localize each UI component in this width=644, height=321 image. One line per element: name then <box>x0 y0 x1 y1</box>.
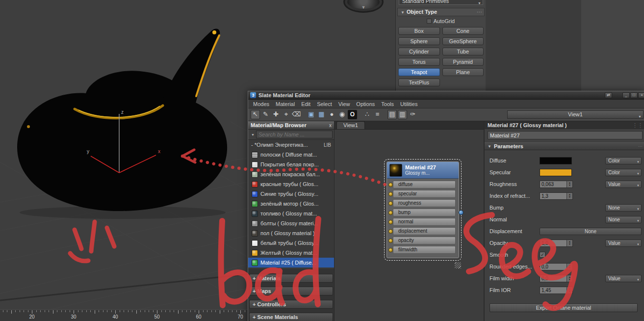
search-input[interactable] <box>256 131 333 138</box>
input-connector-icon[interactable] <box>388 239 393 243</box>
close-icon[interactable]: x <box>329 123 332 128</box>
show-background-icon[interactable]: ▦ <box>317 110 326 119</box>
browser-item-[interactable]: красные трубы ( Glos... <box>248 179 334 189</box>
menu-options[interactable]: Options <box>356 101 375 107</box>
put-to-scene-icon[interactable]: ✚ <box>271 110 281 119</box>
browser-item-[interactable]: болты ( Glossy materi... <box>248 218 334 228</box>
export-octane-material-button[interactable]: Export Octane material <box>489 303 638 312</box>
browser-item-[interactable]: пол ( Glossy material ) <box>248 228 334 238</box>
node-resize-grip[interactable] <box>455 262 461 268</box>
browser-item-[interactable]: полоски ( Diffuse mat... <box>248 150 334 160</box>
browser-item-[interactable]: зелёная покраска бал... <box>248 169 334 179</box>
color-dropdown[interactable]: Color▼ <box>605 157 642 164</box>
spinner-field[interactable]: 1,0▲▼ <box>540 240 573 247</box>
object-type-rollout[interactable]: ▼Object Type ⋯ <box>397 8 485 16</box>
dock-button[interactable]: ⇄ <box>605 92 612 98</box>
material-name-field[interactable] <box>488 131 643 139</box>
spinner-field[interactable]: 0,063▲▼ <box>540 181 573 188</box>
input-connector-icon[interactable] <box>388 183 393 187</box>
rollout-maps[interactable]: + Maps <box>249 287 333 295</box>
parameters-rollout-header[interactable]: ▼ Parameters ⋯ <box>485 142 644 150</box>
input-connector-icon[interactable] <box>388 248 393 252</box>
spinner-arrows-icon[interactable]: ▲▼ <box>567 275 572 282</box>
browser-item-[interactable]: Желтый ( Glossy mat... <box>248 248 334 258</box>
button-sphere[interactable]: Sphere <box>398 37 440 45</box>
map-none-button[interactable]: None <box>540 228 642 235</box>
none-dropdown[interactable]: None▼ <box>605 204 642 212</box>
teapot-object[interactable] <box>17 28 227 219</box>
primitive-category-dropdown[interactable]: Standard Primitives ▼ <box>399 0 483 5</box>
button-cylinder[interactable]: Cylinder <box>398 48 440 55</box>
browser-item-[interactable]: топливо ( Glossy mat... <box>248 209 334 218</box>
pick-object-icon[interactable]: ⌖ <box>282 110 291 119</box>
none-dropdown[interactable]: None▼ <box>605 216 642 223</box>
autogrid-checkbox[interactable] <box>427 19 432 24</box>
button-plane[interactable]: Plane <box>442 68 484 76</box>
menu-select[interactable]: Select <box>317 101 332 107</box>
spinner-field[interactable]: 0,0▲▼ <box>540 275 573 282</box>
pick-material-eyedropper-icon[interactable]: ✎ <box>261 110 270 119</box>
value-dropdown[interactable]: Value▼ <box>605 240 642 247</box>
spinner-field[interactable]: 1,45▲▼ <box>540 287 573 294</box>
show-end-result-icon[interactable]: ◉ <box>337 110 347 119</box>
menu-view[interactable]: View <box>338 101 350 107</box>
button-box[interactable]: Box <box>398 27 440 35</box>
slot-normal[interactable]: normal <box>393 218 456 226</box>
button-pyramid[interactable]: Pyramid <box>442 58 484 66</box>
spinner-arrows-icon[interactable]: ▲▼ <box>567 264 572 270</box>
hide-unused-nodeslots-icon[interactable]: ▥ <box>398 110 407 119</box>
editor-titlebar[interactable]: 3 Slate Material Editor ⇄ _ □ × <box>248 91 644 100</box>
rollout-materials[interactable]: + Materials <box>249 274 333 283</box>
input-connector-icon[interactable] <box>388 201 393 206</box>
menu-utilities[interactable]: Utilities <box>400 101 417 107</box>
browser-item-[interactable]: белый трубы ( Glossy... <box>248 238 334 248</box>
tab-view1[interactable]: View1 <box>336 121 365 129</box>
material-node-header[interactable]: Material #27 Glossy m... <box>387 162 459 179</box>
color-swatch[interactable] <box>540 169 572 176</box>
button-tube[interactable]: Tube <box>442 48 484 55</box>
rollout-controllers[interactable]: + Controllers <box>249 300 333 309</box>
value-dropdown[interactable]: Value▼ <box>605 181 642 188</box>
menu-material[interactable]: Material <box>276 101 295 107</box>
timeline-ruler[interactable]: 203040506070 <box>0 309 248 321</box>
slot-bump[interactable]: bump <box>393 209 456 216</box>
delete-selected-icon[interactable]: ⌫ <box>292 110 301 119</box>
render-map-icon[interactable]: ✑ <box>408 110 417 119</box>
spinner-arrows-icon[interactable]: ▲▼ <box>567 181 572 187</box>
spinner-arrows-icon[interactable]: ▲▼ <box>567 240 572 246</box>
browser-header[interactable]: Material/Map Browser x <box>248 121 334 130</box>
value-dropdown[interactable]: Value▼ <box>605 275 642 282</box>
browser-item-[interactable]: Покрытия белая покр... <box>248 160 334 169</box>
spinner-arrows-icon[interactable]: ▲▼ <box>567 287 572 294</box>
slot-filmwidth[interactable]: filmwidth <box>393 246 456 254</box>
snap-to-grid-icon[interactable]: ▤ <box>387 110 397 119</box>
browser-item-[interactable]: Синие трубы ( Glossy... <box>248 189 334 199</box>
input-connector-icon[interactable] <box>388 229 393 234</box>
browser-item-material[interactable]: Material #25 ( Diffuse... <box>248 258 334 268</box>
material-preview-sphere-icon[interactable]: ● <box>327 110 336 119</box>
menu-tools[interactable]: Tools <box>381 101 394 107</box>
button-teapot[interactable]: Teapot <box>398 68 440 76</box>
search-filter-icon[interactable]: ▼ <box>250 133 256 136</box>
node-canvas[interactable]: View1 Material #27 Glossy m... diffusesp… <box>335 121 484 321</box>
spinner-arrows-icon[interactable]: ▲▼ <box>567 193 572 199</box>
color-swatch[interactable] <box>540 157 572 164</box>
input-connector-icon[interactable] <box>388 220 393 224</box>
library-header-row[interactable]: - *Олимп Энергетика... LIB <box>248 140 334 150</box>
slot-roughness[interactable]: roughness <box>393 199 456 207</box>
maximize-button[interactable]: □ <box>630 92 638 98</box>
minimize-button[interactable]: _ <box>622 92 630 98</box>
input-connector-icon[interactable] <box>388 192 393 196</box>
close-button[interactable]: × <box>638 92 644 98</box>
select-tool-icon[interactable]: ↖ <box>251 110 260 119</box>
layout-all-icon[interactable]: ∴ <box>362 110 372 119</box>
view-navigator-dropdown[interactable]: View1 ▼ <box>507 110 644 119</box>
spinner-field[interactable]: 0,0▲▼ <box>540 263 573 270</box>
button-textplus[interactable]: TextPlus <box>398 79 440 86</box>
slot-specular[interactable]: specular <box>393 190 456 198</box>
show-shaded-material-in-viewport-icon[interactable]: ▣ <box>307 110 316 119</box>
spinner-field[interactable]: 1,3▲▼ <box>540 192 573 200</box>
browser-item-[interactable]: зелёный мотор ( Glos... <box>248 199 334 209</box>
slot-opacity[interactable]: opacity <box>393 237 456 244</box>
button-geosphere[interactable]: GeoSphere <box>442 37 484 45</box>
